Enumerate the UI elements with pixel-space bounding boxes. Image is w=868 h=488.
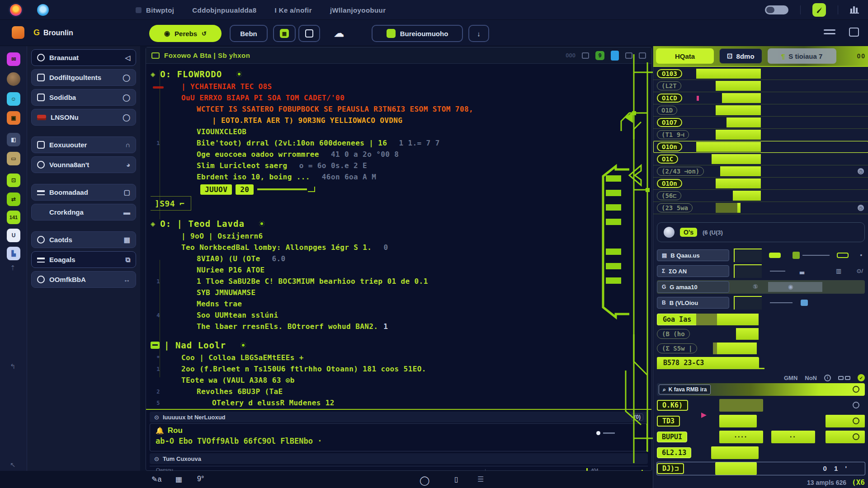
task-row[interactable]: 6L2.13 [657,446,865,459]
app-logo-icon[interactable] [10,4,22,16]
rail-back-arrow-icon[interactable]: ↖ [10,461,16,469]
green-square-icon[interactable] [793,252,800,259]
ring-icon[interactable] [853,433,859,440]
minimap-icon[interactable] [582,52,589,59]
metric-row[interactable]: O1On [653,178,868,190]
metric-row[interactable]: O1D [653,104,868,117]
lime-pill[interactable] [769,253,781,258]
metric-row[interactable]: O1C [653,153,868,165]
record-icon[interactable]: ◯ [420,475,429,486]
item-badge-icon[interactable]: ↔ [123,276,130,283]
item-badge-icon[interactable]: ◁ [125,54,130,62]
secondary-app-icon[interactable] [37,4,49,16]
bookmark-icon[interactable] [611,51,619,61]
clock-icon[interactable]: ⊙/ [856,267,863,274]
sidebar-item-vounna8an't[interactable]: Vounna8an't◕ [31,156,136,173]
code-area[interactable]: ◈O: FLOWRODO| YCHATENIAR TEC O8SOuU ERRX… [151,67,639,407]
menu-item[interactable]: I Ke a/nofir [275,6,312,14]
theme-toggle[interactable] [765,5,788,14]
menu-icon[interactable] [824,27,835,37]
split-view-icon[interactable] [625,52,632,59]
sidebar-item-eoagals[interactable]: Eoagals⧉ [31,251,136,268]
metric-row[interactable]: O1CD [653,92,868,104]
sidebar-item-braanuat[interactable]: Braanuat◁ [31,49,136,66]
item-badge-icon[interactable]: ◕ [126,161,130,169]
item-badge-icon[interactable]: ◯ [123,94,130,102]
metric-row-clock-icon[interactable]: ◷ [858,168,864,174]
rail-app-lime1-icon[interactable]: ⊡ [7,174,20,187]
task-search-chip[interactable]: ⌕K fava RMB ira [659,385,711,394]
edit-icon[interactable]: ✎a [151,475,161,483]
footer-badge[interactable]: (X6 [852,478,865,487]
list-icon[interactable]: ☰ [477,475,484,483]
rail-app-u-icon[interactable]: U [7,229,20,242]
build-button[interactable]: Bebn [230,25,268,42]
rail-up-arrow-icon[interactable]: ⇡ [10,264,16,272]
sidebar-item-eoxuuouter[interactable]: Eoxuuouter∩ [31,136,136,153]
metric-row[interactable]: (23 5wa◷ [653,202,868,214]
history-icon[interactable]: ⑤ [753,283,758,290]
stats-icon[interactable] [850,5,860,15]
ring-icon[interactable] [853,402,859,408]
task-row[interactable]: TD3 [657,415,865,427]
metric-row-clock-icon[interactable]: ◷ [858,205,864,211]
lock-icon[interactable]: ▃ [800,267,804,274]
row-mini-icon[interactable]: ▪ [860,252,862,258]
download-button[interactable]: ↓ [468,25,489,42]
task-row[interactable]: ⌕K fava RMB ira [657,383,865,396]
metric-row[interactable]: O1On [653,141,868,153]
rail-app-cyan-icon[interactable]: ☺ [7,92,20,106]
task-row[interactable]: O.K6) [657,399,865,412]
code-highlight-chip[interactable]: JUUOV [200,184,232,195]
table-row[interactable]: BB (VLOiou [657,296,865,310]
rail-app-slate-icon[interactable]: ◧ [7,133,20,146]
lime-status-icon[interactable]: ✓ [858,374,865,381]
item-badge-icon[interactable]: ◯ [123,74,130,82]
sidebar-item-dodfiltgoultents[interactable]: Dodfiltgoultents◯ [31,69,136,86]
tab-summary[interactable]: ¶S tioiaua 7 [768,48,836,64]
sidebar-item-oomfkbba[interactable]: OOmfkBbA↔ [31,271,136,288]
alert-toggle[interactable] [596,431,615,435]
sidebar-item-lnsonu[interactable]: LNSONu◯ [31,109,136,126]
menu-item[interactable]: jWllanjoyoobuur [330,6,386,14]
sidebar-item-caotds[interactable]: Caotds▦ [31,231,136,248]
layout-icon[interactable] [838,376,850,380]
workspace-icon[interactable] [12,26,24,39]
console-header-2[interactable]: ⊙ Tum Cuxouva [150,453,648,464]
console-alert[interactable]: 🔔 Rou ab-O Ebo TVOff9Alb 66fC9Ol FlBENbo… [150,423,648,451]
task-row[interactable]: DJ)⊐0 1 ' [657,462,865,475]
ring-icon[interactable] [853,386,859,393]
item-badge-icon[interactable]: ▦ [124,236,130,244]
rail-app-lime2-icon[interactable]: ⇄ [7,192,20,206]
rail-app-141-icon[interactable]: 141 [7,211,20,224]
grid-tool-button[interactable]: ▦ [273,25,296,42]
metric-row[interactable]: (T1 9⊣ [653,129,868,141]
item-badge-icon[interactable]: ▢ [124,188,130,197]
item-badge-icon[interactable]: ∩ [125,141,130,149]
slider-track[interactable] [802,255,830,256]
code-fold-box[interactable]: ]S94⌐ [151,196,191,211]
ring-icon[interactable] [853,418,859,424]
run-button[interactable]: ◉ Perebs ↺ [149,25,222,42]
maximize-icon[interactable] [639,52,646,59]
menu-item[interactable]: Bitwptoj [136,6,174,14]
version-badge[interactable]: 9 [595,51,604,60]
sidebar-item-boomadaad[interactable]: Boomadaad▢ [31,184,136,201]
deploy-button[interactable]: Bureioumuoho [372,25,463,42]
rail-app-l-icon[interactable]: ▙ [7,247,20,260]
window-icon[interactable] [849,28,859,37]
metric-row[interactable]: O1O7 [653,117,868,129]
outline-pill[interactable] [837,253,849,258]
item-badge-icon[interactable]: ⧉ [125,256,130,264]
tab-data[interactable]: HQata [656,48,714,64]
metric-row[interactable]: (2/43 ⊣on)◷ [653,165,868,178]
rail-globe-icon[interactable] [7,72,20,86]
goal-row[interactable]: (Σ S5w | [657,343,865,354]
item-badge-icon[interactable]: ◯ [123,113,130,122]
goal-row[interactable]: B578 23-C3 [657,357,865,369]
rail-nav-arrow-icon[interactable]: ↰ [10,362,16,371]
sidebar-item-sodidba[interactable]: Sodidba◯ [31,89,136,106]
branch-icon[interactable]: 9° [197,475,204,483]
cloud-button[interactable]: ☁ [326,25,352,42]
goal-row[interactable]: (B (ho [657,328,865,340]
